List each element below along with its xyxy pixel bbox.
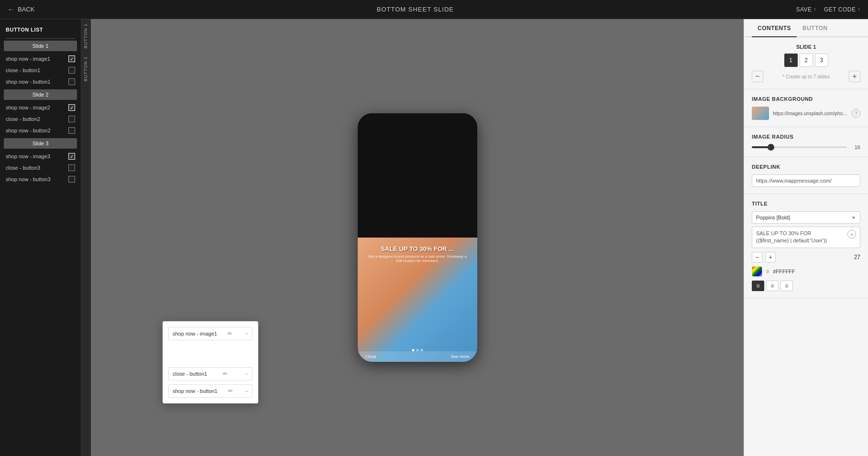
- panel-tabs: CONTENTS BUTTON: [744, 19, 868, 37]
- checkbox-close-button3[interactable]: [68, 164, 75, 171]
- vertical-label-button1: BUTTON 1: [81, 19, 91, 52]
- phone-sale-text: SALE UP TO 30% FOR ...: [381, 245, 454, 252]
- image-radius-title: IMAGE RADIUS: [752, 134, 860, 140]
- popup-line-2: [245, 374, 248, 374]
- font-size-row: − + 27: [752, 252, 860, 262]
- sidebar-item-shop-now-button2[interactable]: shop now - button2: [0, 125, 81, 136]
- popup-overlay: shop now - image1 ✏ close - button1 ✏ sh…: [163, 321, 258, 403]
- sidebar-item-shop-now-image2[interactable]: shop now - image2: [0, 102, 81, 113]
- back-button[interactable]: ← BACK: [8, 6, 34, 13]
- color-row: # #FFFFFF: [752, 266, 860, 277]
- slide-num-2[interactable]: 2: [800, 54, 813, 67]
- align-row: ≡ ≡ ≡: [752, 281, 860, 291]
- align-left-button[interactable]: ≡: [752, 281, 764, 291]
- back-label: BACK: [18, 6, 34, 13]
- phone-top: [358, 113, 477, 238]
- checkbox-close-button1[interactable]: [68, 67, 75, 74]
- checkbox-shop-now-button1[interactable]: [68, 78, 75, 85]
- popup-btn-label: close - button1: [173, 371, 207, 377]
- tab-contents[interactable]: CONTENTS: [752, 19, 797, 37]
- item-label: shop now - button3: [6, 176, 51, 182]
- item-label: shop now - button2: [6, 128, 51, 133]
- slide-num-3[interactable]: 3: [815, 54, 828, 67]
- sidebar-item-close-button3[interactable]: close - button3: [0, 162, 81, 174]
- slider-track: [752, 146, 847, 148]
- font-size-controls: − +: [752, 252, 776, 262]
- popup-btn-close-button1[interactable]: close - button1 ✏: [168, 367, 253, 380]
- image-thumbnail[interactable]: [752, 107, 769, 120]
- item-label: shop now - image2: [6, 105, 50, 110]
- get-code-button[interactable]: GET CODE ↑: [824, 6, 860, 13]
- align-right-button[interactable]: ≡: [780, 281, 793, 291]
- right-panel: CONTENTS BUTTON SLIDE 1 1 2 3 − * Create…: [744, 19, 868, 456]
- edit-icon-2[interactable]: ✏: [223, 370, 228, 377]
- title-text-row: SALE UP TO 30% FOR (($first_name) | defa…: [752, 227, 860, 248]
- checkbox-shop-now-button3[interactable]: [68, 176, 75, 183]
- color-picker[interactable]: [752, 266, 762, 277]
- sidebar-item-shop-now-image3[interactable]: shop now - image3: [0, 151, 81, 162]
- tab-button[interactable]: BUTTON: [797, 19, 834, 37]
- item-label: close - button3: [6, 165, 40, 171]
- chevron-down-icon: ▼: [851, 215, 856, 220]
- color-hash: #: [766, 269, 769, 274]
- image-background-row: https://images.unsplash.com/photo-... ?: [752, 107, 860, 120]
- font-size-decrease[interactable]: −: [752, 252, 762, 262]
- sidebar-item-shop-now-button3[interactable]: shop now - button3: [0, 174, 81, 185]
- slide-1-header[interactable]: Slide 1: [4, 41, 77, 51]
- checkbox-close-button2[interactable]: [68, 116, 75, 122]
- checkbox-shop-now-image1[interactable]: [68, 55, 75, 62]
- close-btn[interactable]: Close: [365, 354, 376, 359]
- slide-section-title: SLIDE 1: [752, 44, 860, 50]
- page-title: BOTTOM SHEET SLIDE: [377, 6, 454, 13]
- font-size-value: 27: [854, 254, 860, 261]
- edit-icon-3[interactable]: ✏: [228, 388, 233, 394]
- slider-thumb[interactable]: [768, 144, 774, 151]
- slide-3-header[interactable]: Slide 3: [4, 138, 77, 149]
- sidebar-item-close-button2[interactable]: close - button2: [0, 113, 81, 125]
- phone-bottom: SALE UP TO 30% FOR ... Get a designer br…: [358, 238, 477, 362]
- save-button[interactable]: SAVE ↑: [796, 6, 816, 13]
- edit-icon-1[interactable]: ✏: [228, 330, 232, 337]
- slide-section: SLIDE 1 1 2 3 − * Create up to 7 slides …: [744, 37, 868, 89]
- popup-btn-shop-now-image1[interactable]: shop now - image1 ✏: [168, 327, 253, 340]
- checkbox-shop-now-image2[interactable]: [68, 104, 75, 111]
- slide-2-header[interactable]: Slide 2: [4, 89, 77, 100]
- image-radius-slider-row: 16: [752, 144, 860, 150]
- popup-btn-shop-now-button1[interactable]: shop now - button1 ✏: [168, 384, 253, 398]
- vertical-labels: BUTTON 1 BUTTON 2: [81, 19, 91, 456]
- topbar-actions: SAVE ↑ GET CODE ↑: [796, 6, 860, 13]
- slider-value: 16: [851, 144, 860, 150]
- image-background-title: IMAGE BACKGROUND: [752, 96, 860, 102]
- add-variable-button[interactable]: +: [847, 230, 856, 239]
- font-name: Poppins [Bold]: [756, 215, 790, 220]
- align-center-button[interactable]: ≡: [766, 281, 779, 291]
- upload-icon-2: ↑: [858, 7, 861, 12]
- title-text: SALE UP TO 30% FOR (($first_name) | defa…: [756, 230, 845, 245]
- slide-remove-button[interactable]: −: [752, 71, 763, 82]
- sidebar-item-close-button1[interactable]: close - button1: [0, 65, 81, 76]
- title-section: TITLE Poppins [Bold] ▼ SALE UP TO 30% FO…: [744, 194, 868, 298]
- see-more-btn[interactable]: See more: [450, 354, 469, 359]
- canvas-area: SALE UP TO 30% FOR ... Get a designer br…: [91, 19, 744, 456]
- upload-icon: ↑: [814, 7, 817, 12]
- sidebar-item-shop-now-button1[interactable]: shop now - button1: [0, 76, 81, 87]
- checkbox-shop-now-image3[interactable]: [68, 153, 75, 160]
- title-section-header: TITLE: [752, 201, 860, 206]
- main-layout: BUTTON LIST Slide 1 shop now - image1 cl…: [0, 19, 868, 456]
- item-label: shop now - image1: [6, 56, 50, 62]
- item-label: close - button1: [6, 67, 40, 73]
- item-label: close - button2: [6, 116, 40, 122]
- item-label: shop now - image3: [6, 153, 50, 159]
- font-select[interactable]: Poppins [Bold] ▼: [752, 211, 860, 224]
- deeplink-title: DEEPLINK: [752, 164, 860, 170]
- checkbox-shop-now-button2[interactable]: [68, 127, 75, 134]
- help-icon[interactable]: ?: [852, 109, 860, 118]
- font-size-increase[interactable]: +: [765, 252, 776, 262]
- image-radius-section: IMAGE RADIUS 16: [744, 127, 868, 157]
- slide-num-1[interactable]: 1: [784, 54, 798, 67]
- phone-bottom-bar: Close See more: [358, 351, 477, 362]
- deeplink-input[interactable]: [752, 174, 860, 187]
- sidebar-item-shop-now-image1[interactable]: shop now - image1: [0, 53, 81, 65]
- item-label: shop now - button1: [6, 79, 51, 85]
- slide-add-button[interactable]: +: [849, 71, 860, 82]
